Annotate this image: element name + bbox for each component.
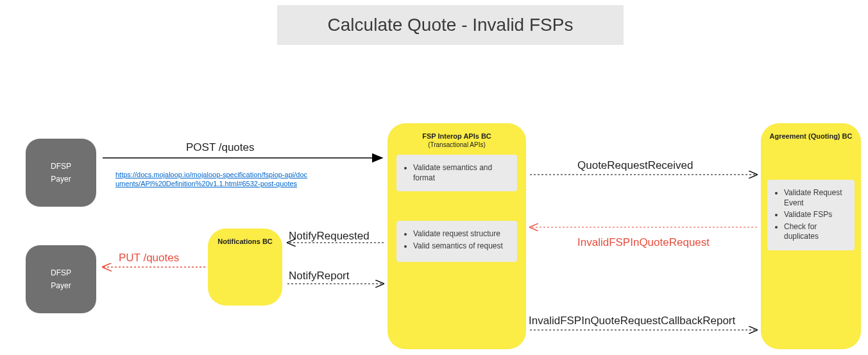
fsp-interop-task-2-item-1: Valid semantics of request: [413, 241, 513, 252]
node-dfsp-payer-2-line1: DFSP: [51, 268, 71, 277]
node-notifications-bc: Notifications BC: [208, 229, 282, 306]
edge-label-invalid-fsp-callback: InvalidFSPInQuoteRequestCallbackReport: [529, 315, 735, 327]
fsp-interop-task-2-item-0: Validate request structure: [413, 229, 513, 239]
diagram-title: Calculate Quote - Invalid FSPs: [277, 5, 624, 45]
fsp-interop-task-1: Validate semantics and format: [396, 155, 517, 191]
node-dfsp-payer-1-line2: Payer: [51, 175, 71, 184]
edge-label-post-quotes: POST /quotes: [186, 141, 254, 154]
edge-label-notify-requested: NotifyRequested: [289, 230, 370, 243]
node-dfsp-payer-2-line2: Payer: [51, 281, 71, 290]
agreement-bc-task-item-0: Validate Request Event: [784, 188, 851, 208]
node-fsp-interop: FSP Interop APIs BC (Transactional APIs)…: [387, 123, 526, 349]
agreement-bc-task-item-1: Validate FSPs: [784, 210, 851, 220]
node-notifications-bc-title: Notifications BC: [212, 238, 278, 245]
fsp-interop-task-2: Validate request structure Valid semanti…: [396, 221, 517, 262]
agreement-bc-task-item-2: Check for duplicates: [784, 222, 851, 242]
diagram-title-text: Calculate Quote - Invalid FSPs: [328, 15, 574, 35]
diagram-canvas: Calculate Quote - Invalid FSPs DFSP Paye…: [0, 0, 868, 355]
edge-label-quote-request-received: QuoteRequestReceived: [577, 159, 694, 172]
edge-label-put-quotes: PUT /quotes: [119, 252, 179, 264]
node-dfsp-payer-1: DFSP Payer: [26, 139, 96, 207]
node-agreement-bc-title: Agreement (Quoting) BC: [765, 132, 857, 140]
node-dfsp-payer-2: DFSP Payer: [26, 245, 96, 313]
fsp-interop-task-1-item-0: Validate semantics and format: [413, 163, 513, 183]
spec-link[interactable]: https://docs.mojaloop.io/mojaloop-specif…: [115, 170, 308, 189]
node-fsp-interop-subtitle: (Transactional APIs): [387, 141, 526, 148]
agreement-bc-task: Validate Request Event Validate FSPs Che…: [767, 180, 855, 250]
node-fsp-interop-title: FSP Interop APIs BC: [391, 132, 522, 140]
node-dfsp-payer-1-line1: DFSP: [51, 162, 71, 171]
node-agreement-bc: Agreement (Quoting) BC Validate Request …: [761, 123, 861, 349]
edge-label-notify-report: NotifyReport: [289, 270, 349, 282]
edge-label-invalid-fsp: InvalidFSPInQuoteRequest: [577, 236, 710, 249]
